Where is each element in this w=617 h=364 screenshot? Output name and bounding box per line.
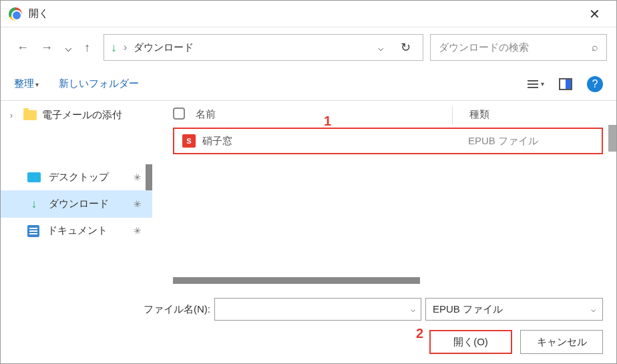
pin-icon[interactable]: ✳: [132, 224, 144, 238]
path-dropdown-icon[interactable]: ⌵: [373, 42, 389, 53]
organize-menu[interactable]: 整理▾: [14, 77, 39, 90]
sidebar-item-downloads[interactable]: ↓ ダウンロード ✳: [1, 190, 152, 218]
preview-pane-button[interactable]: [559, 78, 572, 90]
file-type: EPUB ファイル: [468, 135, 602, 148]
pin-icon[interactable]: ✳: [132, 171, 144, 184]
file-row[interactable]: S 硝子窓 EPUB ファイル: [173, 128, 603, 154]
sidebar-item-label: ダウンロード: [49, 198, 109, 210]
refresh-button[interactable]: ↻: [395, 40, 416, 55]
filename-label: ファイル名(N):: [144, 303, 210, 316]
sidebar-item-label: デスクトップ: [49, 171, 109, 184]
tree-label: 電子メールの添付: [42, 109, 122, 122]
title-bar: 開く ✕: [1, 1, 616, 27]
view-mode-button[interactable]: ▾: [528, 80, 544, 88]
close-button[interactable]: ✕: [584, 6, 604, 22]
bottom-section: ファイル名(N): ⌵ EPUB ファイル ⌵ 2 開く(O) キャンセル: [1, 284, 616, 363]
sidebar-item-desktop[interactable]: デスクトップ ✳: [1, 164, 152, 190]
back-button[interactable]: ←: [17, 41, 29, 55]
chevron-down-icon: ⌵: [591, 305, 596, 314]
file-name: 硝子窓: [202, 135, 468, 148]
path-box[interactable]: ↓ › ダウンロード ⌵ ↻: [104, 34, 423, 61]
file-hscrollbar[interactable]: [173, 277, 420, 284]
search-box[interactable]: ダウンロードの検索 ⌕: [430, 34, 607, 61]
select-all-checkbox[interactable]: [173, 108, 185, 120]
sidebar-item-label: ドキュメント: [47, 224, 108, 237]
new-folder-button[interactable]: 新しいフォルダー: [59, 77, 139, 90]
column-headers: 名前 種類: [153, 101, 616, 128]
annotation-2: 2: [416, 326, 423, 341]
recent-dropdown[interactable]: ⌵: [65, 40, 72, 55]
file-list: 名前 種類 1 S 硝子窓 EPUB ファイル: [153, 101, 616, 284]
annotation-1: 1: [324, 114, 331, 129]
epub-file-icon: S: [182, 134, 196, 148]
sidebar: › 電子メールの添付 デスクトップ ✳ ↓ ダウンロード ✳ ドキュメント ✳: [1, 101, 153, 284]
column-type[interactable]: 種類: [469, 108, 603, 121]
document-icon: [27, 225, 39, 237]
chevron-right-icon[interactable]: ›: [10, 111, 18, 120]
open-button[interactable]: 開く(O): [429, 330, 512, 354]
file-type-filter[interactable]: EPUB ファイル ⌵: [425, 298, 603, 321]
up-button[interactable]: ↑: [84, 41, 90, 55]
chevron-down-icon[interactable]: ⌵: [411, 305, 415, 314]
cancel-button[interactable]: キャンセル: [520, 330, 603, 354]
help-button[interactable]: ?: [587, 76, 603, 92]
forward-button[interactable]: →: [41, 41, 53, 55]
toolbar: 整理▾ 新しいフォルダー ▾ ?: [1, 67, 616, 101]
dialog-title: 開く: [29, 7, 49, 20]
path-separator-icon: ›: [124, 41, 127, 53]
filter-label: EPUB ファイル: [433, 303, 503, 316]
filename-input[interactable]: ⌵: [214, 298, 421, 321]
path-current[interactable]: ダウンロード: [134, 41, 194, 54]
chrome-icon: [9, 7, 22, 21]
sidebar-item-documents[interactable]: ドキュメント ✳: [1, 218, 152, 244]
pin-icon[interactable]: ✳: [132, 198, 144, 211]
download-arrow-icon: ↓: [111, 41, 117, 55]
download-icon: ↓: [27, 197, 41, 211]
desktop-icon: [27, 172, 41, 182]
tree-item-email[interactable]: › 電子メールの添付: [1, 104, 152, 127]
nav-bar: ← → ⌵ ↑ ↓ › ダウンロード ⌵ ↻ ダウンロードの検索 ⌕: [1, 27, 616, 67]
search-placeholder: ダウンロードの検索: [439, 41, 529, 54]
search-icon: ⌕: [592, 41, 598, 53]
folder-icon: [23, 110, 37, 120]
